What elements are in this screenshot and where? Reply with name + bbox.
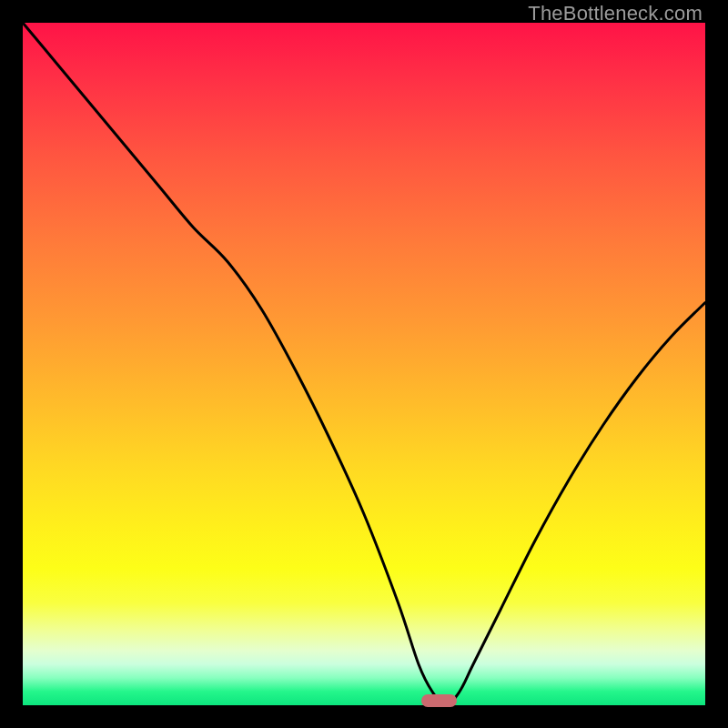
bottleneck-curve xyxy=(23,23,705,705)
optimal-marker-pill xyxy=(421,694,458,707)
curve-svg xyxy=(23,23,705,705)
plot-area xyxy=(23,23,705,705)
chart-frame: TheBottleneck.com xyxy=(0,0,728,728)
